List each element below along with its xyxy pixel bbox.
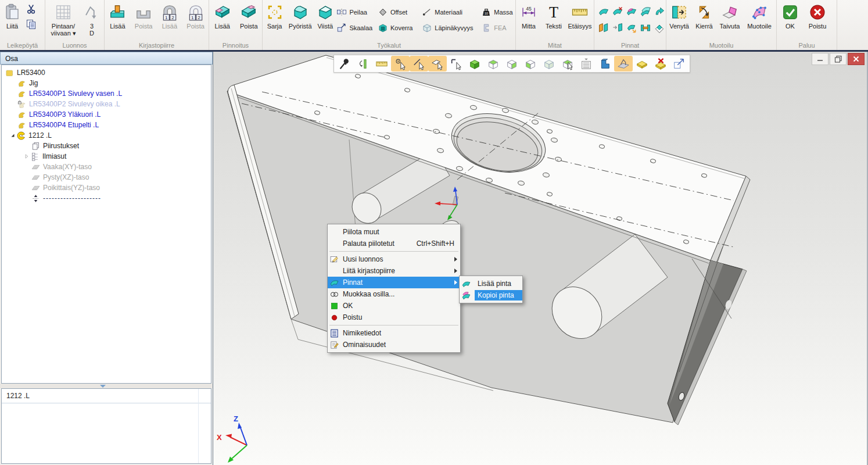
ribbon-button-poistu[interactable]: Poistu [804, 2, 831, 30]
tree-item-lr53400[interactable]: LR53400 [2, 67, 211, 78]
ribbon-button-fea[interactable]: FEA [481, 20, 515, 35]
ribbon-button-mitta[interactable]: 45Mitta [516, 2, 541, 30]
ribbon-button-lapinakyvyys[interactable]: Läpinäkyvyys [422, 20, 481, 35]
ribbon-button-surf-copy2[interactable] [639, 4, 652, 19]
ribbon-button-pyorista[interactable]: Pyöristä [286, 2, 314, 30]
tree-item-[interactable]: -------------------- [2, 193, 211, 203]
menu-item-nimiketiedot[interactable]: Nimiketiedot [328, 327, 460, 339]
view-shaded-top-button[interactable] [484, 56, 503, 71]
polyline-3d-icon [83, 3, 101, 22]
ribbon-button-surf-trim[interactable] [625, 20, 639, 35]
ribbon-button-offset[interactable]: Offset [378, 4, 422, 20]
ribbon-button-surf-bend[interactable] [652, 4, 666, 19]
ribbon-button-muotoile[interactable]: Muotoile [743, 2, 776, 30]
ribbon-button-koverra[interactable]: Koverra [378, 20, 422, 35]
tree-expander-closed-icon[interactable] [24, 153, 30, 159]
surf-patch-icon [626, 6, 637, 17]
menu-item-ok[interactable]: OK [328, 300, 460, 312]
ribbon-button-liita[interactable]: Liitä [0, 2, 24, 30]
tree-item-jig[interactable]: Jig [2, 78, 211, 88]
ribbon-button-kierra[interactable]: Kierrä [692, 2, 716, 30]
workplane-button[interactable] [633, 56, 651, 71]
select-feature-button[interactable] [447, 56, 465, 71]
ribbon-button-ok[interactable]: OK [777, 2, 804, 30]
ribbon-button-etaisyys[interactable]: Etäisyys [566, 2, 594, 30]
show-solid-button[interactable] [596, 56, 614, 71]
ribbon-button-surf-new[interactable] [597, 4, 611, 19]
ribbon-button-surf-orange[interactable] [597, 20, 611, 35]
ribbon-button-copy[interactable] [24, 17, 38, 32]
ribbon-button-poista[interactable]: 12Poista [182, 2, 209, 30]
ribbon-button-scissors[interactable] [24, 2, 38, 17]
select-solid-button[interactable] [558, 56, 577, 71]
surface-icon [461, 279, 471, 289]
select-face-button[interactable] [428, 56, 447, 71]
ribbon-button-venyta[interactable]: Venytä [666, 2, 692, 30]
view-shaded-button[interactable] [465, 56, 484, 71]
ribbon-button-surf-patch[interactable] [625, 4, 639, 19]
menu-item-liita-kirjastopiirre[interactable]: Liitä kirjastopiirre [328, 265, 460, 277]
3d-viewport[interactable]: X Z [213, 52, 868, 465]
ribbon-button-peilaa[interactable]: Peilaa [336, 4, 378, 20]
ribbon-button-surf-join[interactable] [639, 20, 652, 35]
minimize-button[interactable] [812, 53, 828, 65]
3d-model-scene[interactable]: X Z [213, 52, 868, 465]
tree-item-lr53400p2-sivulevy-oikea-l[interactable]: LR53400P2 Sivulevy oikea .L [2, 99, 211, 109]
tree-item-poikittais-yz-taso[interactable]: Poikittais(YZ)-taso [2, 183, 211, 193]
ribbon-button-surf-delete[interactable] [611, 4, 625, 19]
workplane-delete-button[interactable] [651, 56, 670, 71]
tree-expander-open-icon[interactable] [10, 133, 16, 138]
export-view-button[interactable] [670, 56, 688, 71]
rotate-view-button[interactable] [354, 56, 372, 71]
tree-item-1212-l[interactable]: 1212 .L [2, 130, 211, 141]
panel-splitter[interactable] [0, 384, 213, 388]
view-face-right-button[interactable] [503, 56, 521, 71]
tree-item-lr53400p3-ylakuori-l[interactable]: LR53400P3 Yläkuori .L [2, 109, 211, 120]
ribbon-button-skaalaa[interactable]: Skaalaa [336, 20, 378, 35]
ribbon-button-poista[interactable]: Poista [236, 2, 263, 30]
part-list-row[interactable]: 1212 .L [2, 389, 211, 403]
ribbon-button-lisaa[interactable]: Lisää [105, 2, 131, 30]
ribbon-button-3-d[interactable]: 3D [81, 2, 102, 37]
view-face-left-button[interactable] [521, 56, 540, 71]
menu-item-muokkaa-osilla[interactable]: Muokkaa osilla... [328, 288, 460, 300]
tree-item-ilmiasut[interactable]: Ilmiasut [2, 151, 211, 162]
menu-item-lisaa-pinta[interactable]: Lisää pinta [460, 278, 522, 289]
measure-ruler-button[interactable] [372, 56, 391, 71]
tree-item-pysty-xz-taso[interactable]: Pysty(XZ)-taso [2, 172, 211, 183]
restore-button[interactable] [830, 53, 847, 65]
ribbon-button-materiaali[interactable]: Materiaali [422, 4, 481, 20]
ribbon-button-viista[interactable]: Viistä [314, 2, 336, 30]
menu-item-pinnat[interactable]: Pinnat [328, 277, 460, 288]
tree-item-piirustukset[interactable]: Piirustukset [2, 141, 211, 151]
view-list-button[interactable] [577, 56, 596, 71]
ribbon-button-massa[interactable]: 10Massa [481, 4, 515, 20]
menu-item-kopioi-pinta[interactable]: Kopioi pinta [460, 289, 522, 301]
ribbon-button-taivuta[interactable]: Taivuta [716, 2, 743, 30]
tree-item-vaaka-xy-taso[interactable]: Vaaka(XY)-taso [2, 162, 211, 172]
menu-item-palauta-piilotetut[interactable]: Palauta piilotetutCtrl+Shift+H [328, 238, 460, 249]
pin-button[interactable] [335, 56, 354, 71]
close-button[interactable] [848, 53, 865, 65]
ribbon-button-sarja[interactable]: Sarja [263, 2, 286, 30]
tree-item-lr53400p1-sivulevy-vasen-l[interactable]: LR53400P1 Sivulevy vasen .L [2, 88, 211, 99]
select-point-button[interactable] [391, 56, 410, 71]
menu-item-uusi-luonnos[interactable]: Uusi luonnos [328, 253, 460, 265]
sketch-plane-button[interactable] [614, 56, 633, 71]
minimize-icon [816, 55, 824, 63]
ribbon-button-surf-extend[interactable] [611, 20, 625, 35]
ribbon-button-teksti[interactable]: TTeksti [541, 2, 566, 30]
menu-item-piilota-muut[interactable]: Piilota muut [328, 226, 460, 238]
ribbon-button-lisaa[interactable]: 12Lisää [157, 2, 183, 30]
menu-item-poistu[interactable]: Poistu [328, 312, 460, 323]
ribbon-button-surf-offset[interactable] [652, 20, 666, 35]
part-list-panel: 1212 .L [1, 388, 211, 464]
view-translucent-button[interactable] [540, 56, 558, 71]
menu-item-ominaisuudet[interactable]: Ominaisuudet [328, 339, 460, 350]
ribbon-button-pintaan-viivaan[interactable]: Pintaan/viivaan ▾ [45, 2, 81, 37]
ribbon-button-lisaa[interactable]: Lisää [209, 2, 236, 30]
select-edge-button[interactable] [410, 56, 428, 71]
ribbon-group-mitat: 45MittaTTekstiEtäisyysMitat [516, 0, 594, 50]
tree-item-lr53400p4-etupelti-l[interactable]: LR53400P4 Etupelti .L [2, 120, 211, 130]
ribbon-button-poista[interactable]: Poista [131, 2, 157, 30]
